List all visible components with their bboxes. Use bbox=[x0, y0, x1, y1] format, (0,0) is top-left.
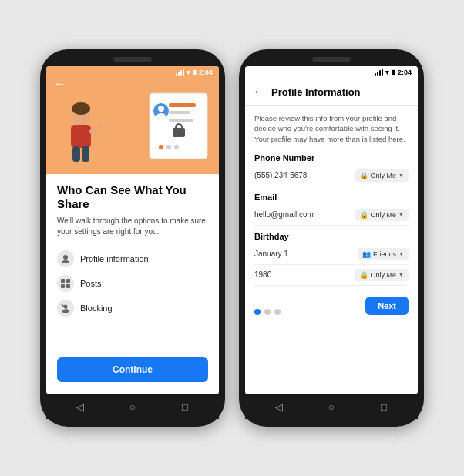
svg-rect-20 bbox=[61, 284, 65, 288]
blocking-label: Blocking bbox=[80, 303, 113, 313]
birthday-privacy-badge-2[interactable]: 🔒 Only Me ▼ bbox=[355, 269, 409, 281]
svg-point-9 bbox=[166, 145, 171, 149]
recent-nav-2[interactable]: □ bbox=[378, 401, 390, 413]
screen-1: ▾ ▮ 2:04 ← bbox=[46, 66, 219, 394]
nav-bar-1: ◁ ○ □ bbox=[46, 394, 219, 419]
svg-rect-15 bbox=[72, 146, 80, 162]
lock-icon-phone: 🔒 bbox=[360, 172, 368, 179]
phone-2: ▾ ▮ 2:04 ← Profile Information Please re… bbox=[239, 49, 424, 427]
svg-point-10 bbox=[174, 145, 179, 149]
signal-icon bbox=[176, 69, 184, 76]
birthday-row-1: January 1 👥 Friends ▼ bbox=[254, 244, 409, 265]
svg-point-17 bbox=[63, 255, 68, 260]
battery-icon-2: ▮ bbox=[392, 69, 395, 76]
phone-1: ▾ ▮ 2:04 ← bbox=[40, 49, 225, 427]
email-value: hello@gmail.com bbox=[254, 210, 314, 219]
phone-speaker-2 bbox=[312, 57, 351, 62]
menu-item-posts[interactable]: Posts bbox=[57, 271, 208, 296]
recent-nav-1[interactable]: □ bbox=[179, 401, 191, 413]
continue-button[interactable]: Continue bbox=[57, 357, 208, 382]
welcome-title: Who Can See What You Share bbox=[57, 183, 208, 211]
profile-content: Please review this info from your profil… bbox=[245, 106, 418, 394]
posts-label: Posts bbox=[80, 279, 102, 288]
profile-icon bbox=[57, 250, 74, 267]
chevron-email: ▼ bbox=[398, 212, 404, 217]
birthday-privacy-badge-1[interactable]: 👥 Friends ▼ bbox=[358, 248, 409, 260]
welcome-description: We'll walk through the options to make s… bbox=[57, 216, 208, 237]
status-bar-1: ▾ ▮ 2:04 bbox=[46, 66, 219, 79]
dot-1 bbox=[254, 309, 261, 315]
dot-3 bbox=[274, 309, 281, 315]
svg-point-5 bbox=[158, 106, 164, 112]
phone-section: Phone Number (555) 234-5678 🔒 Only Me ▼ bbox=[254, 153, 409, 186]
nav-bar-2: ◁ ○ □ bbox=[245, 394, 418, 419]
svg-rect-0 bbox=[150, 93, 207, 159]
signal-icon-2 bbox=[375, 69, 383, 76]
progress-dots bbox=[254, 309, 281, 315]
svg-point-6 bbox=[156, 113, 166, 119]
page-title: Profile Information bbox=[271, 86, 361, 98]
status-bar-2: ▾ ▮ 2:04 bbox=[245, 66, 418, 79]
battery-icon: ▮ bbox=[193, 69, 197, 76]
svg-rect-16 bbox=[82, 146, 89, 162]
profile-header-bar: ← Profile Information bbox=[245, 79, 418, 106]
profile-label: Profile information bbox=[80, 254, 149, 263]
menu-item-profile[interactable]: Profile information bbox=[57, 246, 208, 271]
svg-rect-18 bbox=[61, 279, 65, 283]
svg-rect-2 bbox=[169, 111, 190, 114]
svg-line-14 bbox=[91, 126, 102, 132]
home-nav-1[interactable]: ○ bbox=[126, 401, 139, 413]
back-nav-2[interactable]: ◁ bbox=[273, 401, 285, 413]
lock-icon-email: 🔒 bbox=[360, 211, 368, 219]
person-illustration bbox=[54, 97, 108, 174]
email-section: Email hello@gmail.com 🔒 Only Me ▼ bbox=[254, 193, 409, 226]
birthday-value-1: January 1 bbox=[254, 250, 288, 258]
blocking-icon bbox=[57, 300, 74, 317]
header-illustration bbox=[119, 82, 219, 174]
birthday-row-2: 1980 🔒 Only Me ▼ bbox=[254, 265, 409, 286]
phone-value: (555) 234-5678 bbox=[254, 171, 307, 179]
wifi-icon-2: ▾ bbox=[385, 69, 389, 76]
phone-number-row: (555) 234-5678 🔒 Only Me ▼ bbox=[254, 166, 409, 186]
friends-icon: 👥 bbox=[362, 250, 371, 258]
back-nav-1[interactable]: ◁ bbox=[74, 401, 86, 413]
birthday-section: Birthday January 1 👥 Friends ▼ 1980 🔒 bbox=[254, 232, 409, 286]
phone-privacy-badge[interactable]: 🔒 Only Me ▼ bbox=[355, 169, 409, 182]
chevron-phone: ▼ bbox=[398, 173, 404, 178]
svg-rect-19 bbox=[66, 279, 70, 283]
home-nav-2[interactable]: ○ bbox=[325, 401, 338, 413]
email-row: hello@gmail.com 🔒 Only Me ▼ bbox=[254, 205, 409, 226]
chevron-birthday-1: ▼ bbox=[398, 251, 404, 256]
chevron-birthday-2: ▼ bbox=[398, 272, 404, 277]
svg-rect-3 bbox=[169, 119, 193, 122]
profile-description: Please review this info from your profil… bbox=[254, 113, 409, 144]
birthday-section-label: Birthday bbox=[254, 232, 409, 241]
welcome-content: Who Can See What You Share We'll walk th… bbox=[46, 174, 219, 394]
svg-rect-21 bbox=[66, 284, 70, 288]
posts-icon bbox=[57, 275, 74, 292]
wifi-icon: ▾ bbox=[187, 69, 190, 76]
svg-point-8 bbox=[159, 145, 163, 149]
back-arrow-1[interactable]: ← bbox=[54, 77, 66, 91]
svg-rect-7 bbox=[173, 128, 185, 137]
lock-icon-year: 🔒 bbox=[360, 271, 368, 279]
time-display-1: 2:04 bbox=[199, 69, 213, 76]
svg-rect-1 bbox=[169, 103, 196, 107]
welcome-header: ▾ ▮ 2:04 ← bbox=[46, 66, 219, 174]
phone-section-label: Phone Number bbox=[254, 153, 409, 163]
birthday-value-2: 1980 bbox=[254, 270, 271, 279]
email-section-label: Email bbox=[254, 193, 409, 202]
svg-point-12 bbox=[72, 102, 90, 115]
email-privacy-badge[interactable]: 🔒 Only Me ▼ bbox=[355, 209, 409, 221]
birthday-privacy-label-1: Friends bbox=[373, 250, 396, 258]
svg-rect-13 bbox=[71, 125, 91, 148]
back-button-2[interactable]: ← bbox=[253, 85, 265, 99]
bottom-action-row: Next bbox=[254, 292, 409, 317]
phone-privacy-label: Only Me bbox=[371, 172, 397, 179]
menu-item-blocking[interactable]: Blocking bbox=[57, 296, 208, 320]
dot-2 bbox=[264, 309, 271, 315]
screen-2: ▾ ▮ 2:04 ← Profile Information Please re… bbox=[245, 66, 418, 394]
next-button[interactable]: Next bbox=[365, 297, 409, 315]
time-display-2: 2:04 bbox=[398, 69, 412, 76]
birthday-privacy-label-2: Only Me bbox=[371, 271, 397, 279]
